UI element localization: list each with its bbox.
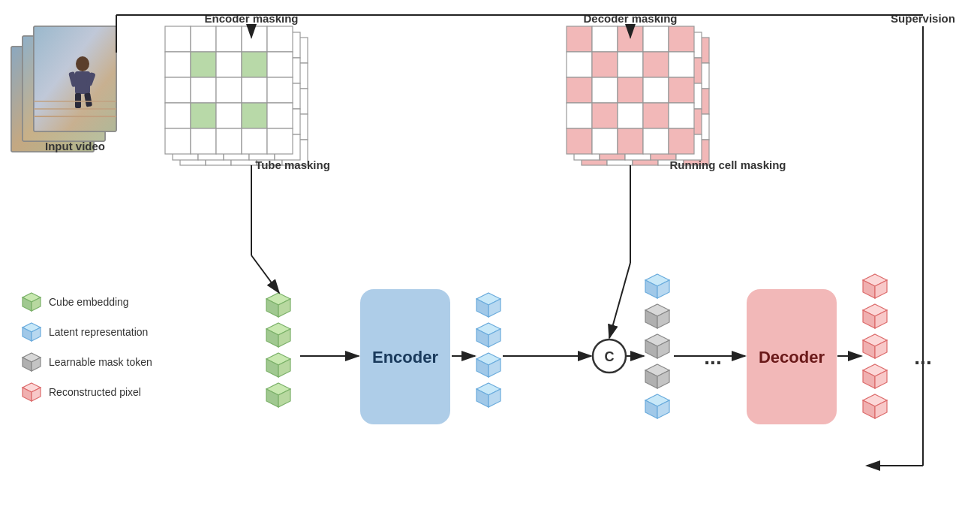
svg-rect-79 — [191, 77, 216, 103]
svg-rect-143 — [567, 26, 592, 52]
svg-rect-147 — [669, 26, 694, 52]
supervision-label: Supervision — [891, 12, 955, 25]
svg-rect-155 — [618, 77, 643, 103]
encoder-label: Encoder — [372, 348, 438, 367]
svg-rect-159 — [592, 103, 618, 128]
svg-rect-77 — [267, 52, 293, 77]
svg-rect-165 — [618, 128, 643, 154]
svg-rect-156 — [643, 77, 669, 103]
diagram-container: Input video — [0, 0, 980, 522]
svg-rect-90 — [216, 128, 242, 154]
svg-rect-80 — [216, 77, 242, 103]
svg-rect-91 — [242, 128, 267, 154]
svg-rect-71 — [242, 26, 267, 52]
svg-rect-92 — [267, 128, 293, 154]
svg-rect-85 — [216, 103, 242, 128]
svg-rect-163 — [567, 128, 592, 154]
dots-1: ... — [704, 345, 721, 369]
svg-rect-88 — [165, 128, 191, 154]
svg-rect-69 — [191, 26, 216, 52]
decoder-label: Decoder — [759, 348, 825, 367]
svg-rect-0 — [0, 0, 980, 522]
svg-rect-70 — [216, 26, 242, 52]
svg-rect-86 — [242, 103, 267, 128]
svg-rect-162 — [669, 103, 694, 128]
running-cell-masking-label: Running cell masking — [669, 158, 786, 171]
svg-rect-150 — [618, 52, 643, 77]
svg-rect-81 — [242, 77, 267, 103]
svg-rect-144 — [592, 26, 618, 52]
svg-point-7 — [76, 56, 89, 71]
svg-rect-73 — [165, 52, 191, 77]
svg-rect-9 — [75, 93, 81, 108]
svg-rect-84 — [191, 103, 216, 128]
main-diagram-svg: Input video — [0, 0, 980, 522]
svg-rect-164 — [592, 128, 618, 154]
dots-2: ... — [914, 345, 931, 369]
concat-label: C — [605, 349, 615, 364]
svg-rect-166 — [643, 128, 669, 154]
svg-rect-149 — [592, 52, 618, 77]
svg-rect-78 — [165, 77, 191, 103]
tube-masking-label: Tube masking — [255, 158, 330, 171]
input-video-label: Input video — [45, 140, 105, 152]
svg-rect-76 — [242, 52, 267, 77]
svg-rect-68 — [165, 26, 191, 52]
svg-rect-157 — [669, 77, 694, 103]
svg-rect-161 — [643, 103, 669, 128]
encoder-masking-label: Encoder masking — [204, 12, 298, 25]
legend-cube-embedding: Cube embedding — [49, 296, 129, 308]
legend-latent-repr: Latent representation — [49, 326, 148, 338]
svg-rect-154 — [592, 77, 618, 103]
svg-rect-148 — [567, 52, 592, 77]
svg-rect-82 — [267, 77, 293, 103]
svg-rect-160 — [618, 103, 643, 128]
svg-rect-89 — [191, 128, 216, 154]
svg-rect-146 — [643, 26, 669, 52]
decoder-masking-label: Decoder masking — [583, 12, 677, 25]
legend-recon-pixel: Reconstructed pixel — [49, 386, 141, 398]
legend-mask-token: Learnable mask token — [49, 356, 152, 368]
svg-rect-167 — [669, 128, 694, 154]
svg-rect-74 — [191, 52, 216, 77]
svg-rect-72 — [267, 26, 293, 52]
svg-rect-87 — [267, 103, 293, 128]
svg-rect-75 — [216, 52, 242, 77]
svg-rect-83 — [165, 103, 191, 128]
svg-rect-153 — [567, 77, 592, 103]
svg-rect-158 — [567, 103, 592, 128]
svg-rect-152 — [669, 52, 694, 77]
svg-rect-151 — [643, 52, 669, 77]
